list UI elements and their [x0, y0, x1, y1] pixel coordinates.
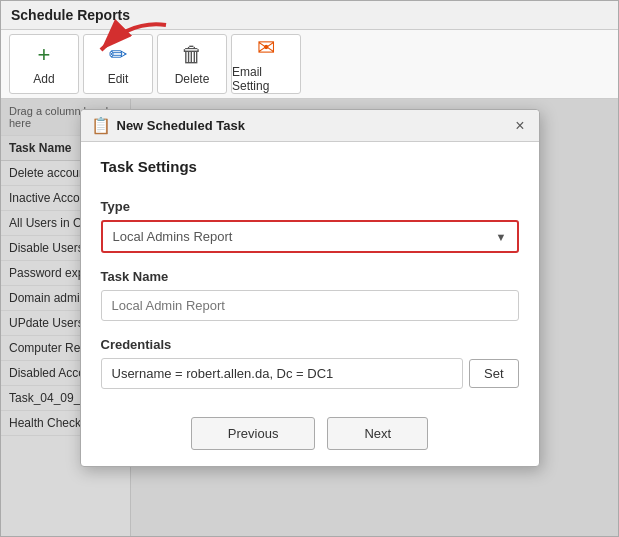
- credentials-label: Credentials: [101, 337, 519, 352]
- edit-label: Edit: [108, 72, 129, 86]
- modal-footer: Previous Next: [81, 405, 539, 466]
- add-label: Add: [33, 72, 54, 86]
- add-button[interactable]: + Add: [9, 34, 79, 94]
- toolbar: + Add ✏ Edit 🗑 Delete ✉ Email Setting: [1, 30, 618, 99]
- task-name-input[interactable]: [101, 290, 519, 321]
- type-select-value: Local Admins Report: [113, 229, 233, 244]
- credentials-form-group: Credentials Set: [101, 337, 519, 389]
- email-icon: ✉: [257, 35, 275, 61]
- type-form-group: Type Local Admins Report ▼: [101, 199, 519, 253]
- window-title-text: Schedule Reports: [11, 7, 130, 23]
- add-icon: +: [38, 42, 51, 68]
- modal-overlay: 📋 New Scheduled Task × Task Settings Typ…: [1, 99, 618, 536]
- modal-title-text: New Scheduled Task: [117, 118, 245, 133]
- dropdown-arrow-icon: ▼: [496, 231, 507, 243]
- email-label: Email Setting: [232, 65, 300, 93]
- edit-button[interactable]: ✏ Edit: [83, 34, 153, 94]
- task-name-form-group: Task Name: [101, 269, 519, 321]
- set-credentials-button[interactable]: Set: [469, 359, 519, 388]
- modal-title-bar: 📋 New Scheduled Task ×: [81, 110, 539, 142]
- delete-label: Delete: [175, 72, 210, 86]
- type-select[interactable]: Local Admins Report ▼: [103, 222, 517, 251]
- credentials-row: Set: [101, 358, 519, 389]
- delete-button[interactable]: 🗑 Delete: [157, 34, 227, 94]
- previous-button[interactable]: Previous: [191, 417, 316, 450]
- edit-icon: ✏: [109, 42, 127, 68]
- modal-title-left: 📋 New Scheduled Task: [91, 116, 245, 135]
- content-area: Drag a column header here Task Name Dele…: [1, 99, 618, 536]
- modal-title-icon: 📋: [91, 116, 111, 135]
- delete-icon: 🗑: [181, 42, 203, 68]
- credentials-input[interactable]: [101, 358, 463, 389]
- task-name-label: Task Name: [101, 269, 519, 284]
- type-label: Type: [101, 199, 519, 214]
- email-setting-button[interactable]: ✉ Email Setting: [231, 34, 301, 94]
- modal-section-title: Task Settings: [101, 158, 519, 175]
- new-scheduled-task-dialog: 📋 New Scheduled Task × Task Settings Typ…: [80, 109, 540, 467]
- modal-body: Task Settings Type Local Admins Report ▼: [81, 142, 539, 405]
- type-select-wrapper: Local Admins Report ▼: [101, 220, 519, 253]
- main-window: Schedule Reports + Add ✏ Edit 🗑 Delete ✉…: [0, 0, 619, 537]
- modal-close-button[interactable]: ×: [511, 118, 528, 134]
- window-title: Schedule Reports: [1, 1, 618, 30]
- next-button[interactable]: Next: [327, 417, 428, 450]
